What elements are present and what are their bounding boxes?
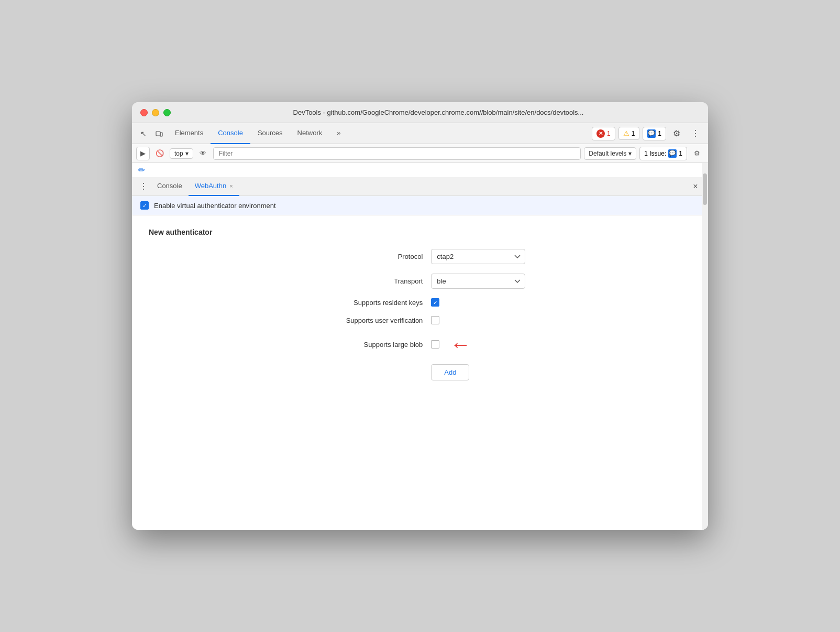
- pencil-icon: ✏: [138, 166, 145, 175]
- large-blob-control: ←: [431, 334, 691, 355]
- panel-tab-console[interactable]: Console: [151, 177, 189, 196]
- panel-tab-webauthn[interactable]: WebAuthn ×: [189, 177, 239, 196]
- info-badge-button[interactable]: 💬 1: [643, 127, 666, 140]
- settings-icon[interactable]: ⚙: [669, 126, 684, 141]
- svg-rect-1: [160, 133, 162, 136]
- issue-count: 1: [679, 150, 682, 157]
- eye-icon[interactable]: 👁: [196, 147, 210, 160]
- warning-badge-button[interactable]: ⚠ 1: [618, 127, 640, 140]
- levels-dropdown[interactable]: Default levels ▾: [584, 147, 636, 160]
- devtools-window: DevTools - github.com/GoogleChrome/devel…: [132, 102, 708, 530]
- drawer-hint: ✏: [132, 163, 708, 177]
- enable-checkbox[interactable]: ✓: [140, 201, 149, 210]
- enable-label: Enable virtual authenticator environment: [154, 202, 276, 210]
- window-title: DevTools - github.com/GoogleChrome/devel…: [177, 108, 700, 116]
- context-selector[interactable]: top ▾: [170, 148, 193, 159]
- panel-tab-close-icon[interactable]: ×: [229, 183, 233, 189]
- new-authenticator-section: New authenticator Protocol ctap2 u2f Tra…: [132, 215, 708, 393]
- user-verification-label: Supports user verification: [180, 317, 423, 324]
- panel-tab-bar: ⋮ Console WebAuthn × ×: [132, 177, 708, 196]
- main-area: ✏ ⋮ Console WebAuthn × × ✓ Enable virtua…: [132, 163, 708, 530]
- auth-section-title: New authenticator: [149, 228, 691, 236]
- info-count: 1: [658, 130, 661, 137]
- close-button[interactable]: [140, 109, 148, 116]
- warning-icon: ⚠: [623, 129, 629, 137]
- device-toggle-icon[interactable]: [152, 126, 167, 141]
- tab-network[interactable]: Network: [290, 123, 330, 144]
- cursor-icon[interactable]: ↖: [136, 126, 151, 141]
- tab-sources[interactable]: Sources: [250, 123, 290, 144]
- issue-info-icon: 💬: [668, 149, 677, 158]
- title-bar: DevTools - github.com/GoogleChrome/devel…: [132, 102, 708, 123]
- svg-rect-0: [156, 132, 160, 136]
- transport-select[interactable]: ble nfc usb internal: [431, 274, 525, 289]
- warning-count: 1: [632, 130, 635, 137]
- levels-chevron-icon: ▾: [628, 150, 632, 157]
- devtools-tab-bar: ↖ Elements Console Sources Network » ✕ 1: [132, 123, 708, 144]
- console-toolbar: ▶ 🚫 top ▾ 👁 Default levels ▾ 1 Issue: 💬 …: [132, 144, 708, 163]
- minimize-button[interactable]: [152, 109, 159, 116]
- scrollbar-thumb[interactable]: [703, 173, 707, 205]
- issue-badge-button[interactable]: 1 Issue: 💬 1: [639, 147, 687, 160]
- chevron-down-icon: ▾: [185, 150, 189, 157]
- panel-close-icon[interactable]: ×: [688, 179, 703, 194]
- traffic-lights: [140, 109, 171, 116]
- levels-label: Default levels: [589, 150, 626, 157]
- protocol-select[interactable]: ctap2 u2f: [431, 249, 525, 264]
- tab-more[interactable]: »: [329, 123, 348, 144]
- enable-checkbox-row: ✓ Enable virtual authenticator environme…: [132, 196, 708, 215]
- issue-label: 1 Issue:: [644, 150, 666, 157]
- error-count: 1: [607, 130, 611, 137]
- tabs-right-area: ✕ 1 ⚠ 1 💬 1 ⚙ ⋮: [592, 126, 704, 141]
- auth-form: Protocol ctap2 u2f Transport ble nfc usb…: [180, 249, 691, 380]
- filter-input[interactable]: [213, 147, 581, 160]
- context-label: top: [174, 150, 183, 157]
- error-icon: ✕: [596, 129, 605, 138]
- transport-control: ble nfc usb internal: [431, 274, 691, 289]
- more-options-icon[interactable]: ⋮: [688, 126, 703, 141]
- maximize-button[interactable]: [163, 109, 171, 116]
- add-button[interactable]: Add: [431, 364, 469, 380]
- resident-keys-checkbox[interactable]: ✓: [431, 298, 439, 307]
- add-button-control: Add: [431, 364, 691, 380]
- user-verification-control: [431, 316, 691, 324]
- resident-keys-label: Supports resident keys: [180, 299, 423, 307]
- large-blob-checkbox[interactable]: [431, 340, 439, 348]
- error-badge-button[interactable]: ✕ 1: [592, 127, 615, 140]
- user-verification-checkbox[interactable]: [431, 316, 439, 324]
- tab-console[interactable]: Console: [211, 123, 250, 144]
- panel-tab-webauthn-label: WebAuthn: [195, 182, 226, 190]
- console-settings-icon[interactable]: ⚙: [690, 147, 704, 160]
- resident-keys-control: ✓: [431, 298, 691, 307]
- run-script-icon[interactable]: ▶: [136, 147, 150, 160]
- scrollbar-track[interactable]: [702, 163, 708, 530]
- tab-elements[interactable]: Elements: [168, 123, 211, 144]
- panel-tab-console-label: Console: [157, 182, 182, 190]
- protocol-label: Protocol: [180, 253, 423, 260]
- clear-console-icon[interactable]: 🚫: [153, 147, 167, 160]
- info-icon: 💬: [647, 129, 656, 138]
- transport-label: Transport: [180, 277, 423, 285]
- protocol-control: ctap2 u2f: [431, 249, 691, 264]
- red-arrow-icon: ←: [450, 334, 471, 355]
- panel-tab-more-icon[interactable]: ⋮: [136, 179, 151, 194]
- large-blob-label: Supports large blob: [180, 341, 423, 348]
